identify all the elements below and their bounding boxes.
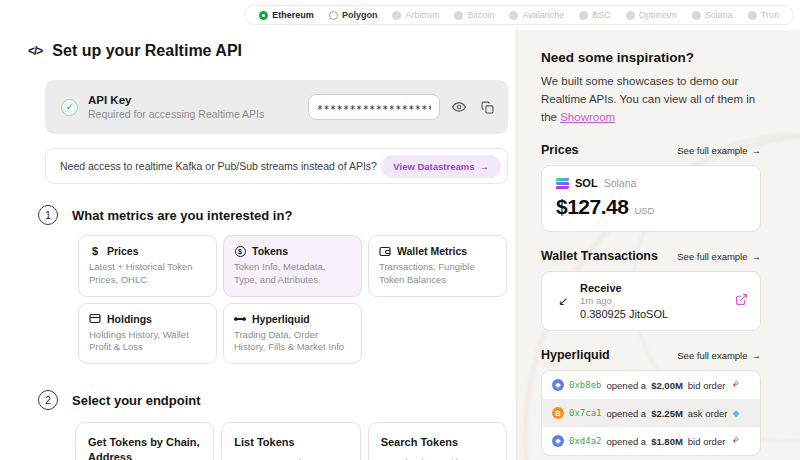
radio-disabled-icon: [626, 11, 635, 20]
hyperliquid-section-header: Hyperliquid See full example →: [541, 348, 761, 362]
radio-unselected-icon: [329, 11, 338, 20]
order-amount: $2.25M: [651, 408, 683, 419]
endpoint-card-get-tokens[interactable]: Get Tokens by Chain, Address Get token d…: [75, 422, 214, 460]
wallet-see-full-example-link[interactable]: See full example →: [677, 251, 761, 262]
endpoint-cards: Get Tokens by Chain, Address Get token d…: [75, 422, 507, 460]
wallet-transactions-section-header: Wallet Transactions See full example →: [541, 249, 761, 263]
metric-card-tokens[interactable]: $ Tokens Token Info, Metadata, Type, and…: [223, 235, 362, 297]
view-datastreams-label: View Datastreams: [393, 161, 474, 172]
chain-label: Ethereum: [272, 10, 314, 20]
eye-icon[interactable]: [450, 98, 468, 116]
chain-option-polygon[interactable]: Polygon: [329, 10, 378, 20]
link-label: See full example: [677, 251, 747, 262]
metric-card-title: Hyperliquid: [252, 313, 310, 325]
copy-icon[interactable]: [478, 98, 496, 116]
prices-title: Prices: [541, 143, 579, 157]
step-2-title: Select your endpoint: [72, 393, 201, 408]
chain-option-solana: Solana: [692, 10, 733, 20]
step-2-header: 2 Select your endpoint: [38, 390, 516, 410]
chain-toolbar: Ethereum Polygon Arbitrum Bitcoin Avalan…: [0, 0, 800, 30]
radio-disabled-icon: [454, 11, 463, 20]
endpoint-card-list-tokens[interactable]: List Tokens Return top N tokens sorted b…: [221, 422, 360, 460]
metric-card-prices[interactable]: $ Prices Latest + Historical Token Price…: [78, 235, 217, 297]
eth-icon: ◆: [552, 379, 564, 391]
metric-card-title: Wallet Metrics: [397, 245, 467, 257]
radio-selected-icon: [259, 11, 268, 20]
chain-label: Solana: [705, 10, 733, 20]
hyperliquid-order-row[interactable]: ◆ 0xd4a2 opened a $1.80M bid order: [542, 427, 760, 455]
chain-option-bitcoin: Bitcoin: [454, 10, 494, 20]
metric-card-desc: Trading Data, Order History, Fills & Mar…: [234, 329, 351, 355]
prices-see-full-example-link[interactable]: See full example →: [677, 145, 761, 156]
metric-card-wallet-metrics[interactable]: Wallet Metrics Transactions, Fungible To…: [368, 235, 507, 297]
chain-label: Tron: [761, 10, 779, 20]
hyperliquid-order-row[interactable]: ◆ 0xb8eb opened a $2.00M bid order: [542, 371, 760, 399]
code-icon: </>: [28, 44, 42, 58]
order-side: ask order: [688, 408, 728, 419]
rocket-icon: [730, 435, 740, 447]
link-label: See full example: [677, 145, 747, 156]
transaction-time: 1m ago: [580, 295, 668, 306]
transaction-amount: 0.380925 JitoSOL: [580, 308, 668, 320]
order-address: 0x7ca1: [569, 408, 602, 418]
datastreams-banner-text: Need access to realtime Kafka or Pub/Sub…: [60, 160, 377, 172]
realtime-api-setup-page: Ethereum Polygon Arbitrum Bitcoin Avalan…: [0, 0, 800, 460]
view-datastreams-button[interactable]: View Datastreams →: [381, 155, 501, 178]
hyperliquid-see-full-example-link[interactable]: See full example →: [677, 350, 761, 361]
datastreams-banner: Need access to realtime Kafka or Pub/Sub…: [45, 148, 508, 184]
external-link-icon[interactable]: [735, 292, 748, 310]
wallet-icon: [379, 246, 391, 257]
receive-arrow-icon: ↙: [558, 294, 568, 308]
chain-label: Polygon: [342, 10, 378, 20]
chain-label: Arbitrum: [405, 10, 439, 20]
hyperliquid-order-row[interactable]: B 0x7ca1 opened a $2.25M ask order ◆: [542, 399, 760, 427]
endpoint-card-title: List Tokens: [234, 435, 347, 450]
link-label: See full example: [677, 350, 747, 361]
metric-cards: $ Prices Latest + Historical Token Price…: [78, 235, 508, 364]
order-amount: $1.80M: [651, 436, 683, 447]
solana-logo: [556, 178, 569, 189]
price-currency: USD: [634, 205, 654, 216]
hyperliquid-feed-card: ◆ 0xb8eb opened a $2.00M bid order B 0x7…: [541, 370, 761, 456]
check-circle-icon: ✓: [61, 99, 78, 116]
main-panel: </> Set up your Realtime API ✓ API Key R…: [0, 30, 516, 460]
metric-card-desc: Holdings History, Wallet Profit & Loss: [89, 329, 206, 355]
arrow-right-icon: →: [752, 145, 762, 156]
chain-option-ethereum[interactable]: Ethereum: [259, 10, 314, 20]
api-key-input[interactable]: [308, 94, 440, 120]
order-side: bid order: [688, 436, 726, 447]
arrow-right-icon: →: [752, 251, 762, 262]
metric-card-hyperliquid[interactable]: Hyperliquid Trading Data, Order History,…: [223, 303, 362, 365]
chain-option-optimism: Optimism: [626, 10, 677, 20]
inspiration-body: We built some showcases to demo our Real…: [541, 73, 771, 126]
transaction-card[interactable]: ↙ Receive 1m ago 0.380925 JitoSOL: [541, 271, 761, 331]
btc-icon: B: [552, 407, 564, 419]
arrow-right-icon: →: [752, 350, 762, 361]
metric-card-title: Holdings: [107, 313, 152, 325]
chain-label: Avalanche: [522, 10, 564, 20]
chain-label: Optimism: [639, 10, 677, 20]
arrow-right-icon: →: [480, 161, 490, 172]
endpoint-card-desc: Return top N tokens sorted by a specifie…: [234, 456, 347, 460]
metric-card-desc: Transactions, Fungible Token Balances: [379, 261, 496, 287]
step-1-header: 1 What metrics are you interested in?: [38, 205, 516, 225]
endpoint-card-search-tokens[interactable]: Search Tokens Search tokens with a query…: [368, 422, 507, 460]
diamond-icon: ◆: [732, 409, 739, 418]
page-title: Set up your Realtime API: [52, 42, 242, 60]
order-text: opened a: [607, 380, 647, 391]
api-key-section: ✓ API Key Required for accessing Realtim…: [45, 80, 508, 134]
api-key-subtitle: Required for accessing Realtime APIs: [88, 108, 264, 120]
hyperliquid-logo: [234, 315, 246, 323]
metric-card-holdings[interactable]: Holdings Holdings History, Wallet Profit…: [78, 303, 217, 365]
price-card[interactable]: SOL Solana $127.48 USD: [541, 165, 761, 232]
endpoint-card-title: Get Tokens by Chain, Address: [88, 435, 201, 460]
chain-label: Bitcoin: [467, 10, 494, 20]
order-text: opened a: [607, 408, 647, 419]
token-price: $127.48: [556, 195, 628, 219]
api-key-title: API Key: [88, 94, 264, 106]
radio-disabled-icon: [509, 11, 518, 20]
token-name: Solana: [604, 177, 637, 189]
chain-option-bsc: BSC: [579, 10, 611, 20]
showroom-link[interactable]: Showroom: [560, 111, 615, 123]
order-text: opened a: [607, 436, 647, 447]
